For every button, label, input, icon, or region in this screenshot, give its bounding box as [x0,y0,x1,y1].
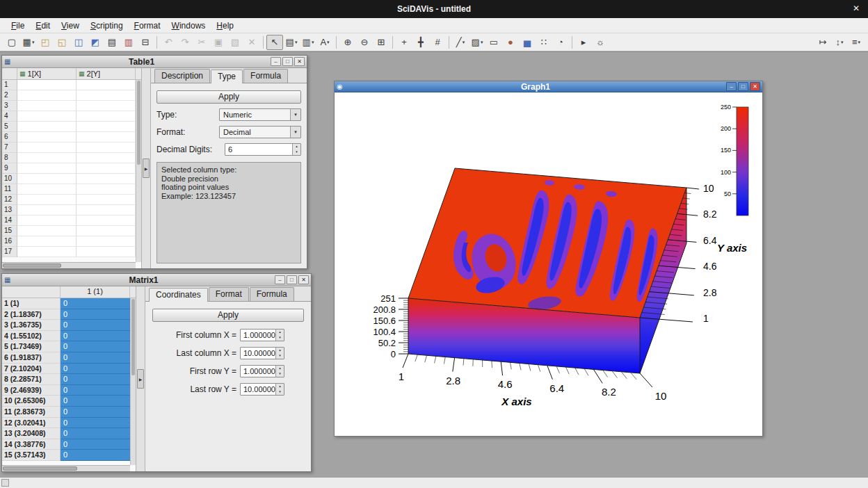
minimize-button[interactable]: – [275,275,285,284]
table-cell[interactable] [17,195,77,205]
table-cell[interactable] [77,153,136,163]
splitter-arrow-icon[interactable]: ▶ [137,369,144,389]
matrix-row-header[interactable]: 7 (2.10204) [2,364,61,375]
table-cell[interactable] [17,101,77,111]
select-range-button[interactable]: # [429,35,446,50]
row-header[interactable]: 4 [2,111,17,122]
matrix-cell[interactable]: 0 [61,396,130,407]
matrix1-window[interactable]: ▦ Matrix1 – □ ✕ 1 (1) 1 (1)02 (1.18367)0… [1,273,312,472]
type-combobox[interactable]: Numeric ▾ [219,108,301,121]
print-button[interactable]: ▤ [104,35,120,50]
table-cell[interactable] [77,226,136,236]
matrix-row-header[interactable]: 9 (2.46939) [2,385,61,396]
matrix-field-spinbox[interactable]: 10.00000000▴▾ [240,383,284,396]
rescale-button[interactable]: ⊞ [373,35,389,50]
matrix-row-header[interactable]: 12 (3.02041) [2,418,61,429]
plot-3d-sphere-button[interactable]: ● [502,35,519,50]
spin-up-icon[interactable]: ▴ [276,330,284,335]
table-cell[interactable] [17,122,77,132]
row-header[interactable]: 12 [2,195,17,205]
spin-down-icon[interactable]: ▾ [276,353,284,359]
table-cell[interactable] [77,90,136,101]
spin-up-icon[interactable]: ▴ [276,348,284,353]
matrix-cell[interactable]: 0 [61,428,130,439]
matrix1-titlebar[interactable]: ▦ Matrix1 – □ ✕ [2,274,311,286]
format-combobox[interactable]: Decimal ▾ [219,126,301,138]
open-project-button[interactable]: ◰ [37,35,54,50]
add-image-button[interactable]: ▭ [485,35,502,50]
row-header[interactable]: 1 [2,80,17,90]
scroll-thumb[interactable] [3,466,77,471]
matrix-cell[interactable]: 0 [61,418,130,429]
matrix-row-header[interactable]: 8 (2.28571) [2,374,61,385]
row-header[interactable]: 9 [2,163,17,174]
save-template-button[interactable]: ◩ [87,35,104,50]
table-cell[interactable] [77,143,136,153]
draw-line-button[interactable]: ╱▾ [452,35,469,50]
matrix-cell[interactable]: 0 [61,352,130,364]
column-options-button[interactable]: ≡▾ [848,35,865,50]
decimal-digits-spinbox[interactable]: 6 ▴ ▾ [225,143,301,156]
table-cell[interactable] [77,195,136,205]
animation-button[interactable]: ▸ [575,35,592,50]
matrix1-hscrollbar[interactable] [2,465,130,471]
table1-vscrollbar[interactable] [136,80,141,262]
select-columns-button[interactable]: ▤▾ [283,35,300,50]
screen-reader-button[interactable]: + [396,35,412,50]
row-header[interactable]: 16 [2,236,17,247]
row-header[interactable]: 3 [2,101,17,111]
table-cell[interactable] [77,236,136,247]
table1-window[interactable]: ▦ Table1 – □ ✕ ▦1[X]▦2[Y] 12345678910111… [1,55,307,269]
matrix-row-header[interactable]: 14 (3.38776) [2,439,61,450]
new-project-button[interactable]: ▢ [3,35,20,50]
row-header[interactable]: 14 [2,215,17,226]
select-rows-button[interactable]: ▥▾ [300,35,316,50]
matrix-cell[interactable]: 0 [61,364,130,375]
spin-up-icon[interactable]: ▴ [276,366,284,371]
table-cell[interactable] [17,215,77,226]
matrix-cell[interactable]: 0 [61,309,130,320]
scroll-thumb[interactable] [131,299,135,375]
spin-up-icon[interactable]: ▴ [276,384,284,389]
tab-description[interactable]: Description [154,69,210,83]
apply-button[interactable]: Apply [156,90,301,104]
zoom-out-button[interactable]: ⊖ [356,35,373,50]
maximize-button[interactable]: □ [738,82,748,91]
table1-splitter[interactable]: ▶ [141,68,151,268]
matrix-cell[interactable]: 0 [61,298,130,309]
row-header[interactable]: 2 [2,90,17,101]
tab-formula[interactable]: Formula [243,69,288,83]
row-header[interactable]: 15 [2,226,17,236]
tab-formula[interactable]: Formula [250,287,294,301]
matrix-cell[interactable]: 0 [61,439,130,450]
table-cell[interactable] [17,143,77,153]
matrix-row-header[interactable]: 1 (1) [2,298,61,309]
spin-up-icon[interactable]: ▴ [293,144,300,149]
row-header[interactable]: 11 [2,184,17,195]
table-cell[interactable] [17,163,77,174]
add-text-button[interactable]: A▾ [316,35,333,50]
spin-down-icon[interactable]: ▾ [276,335,284,341]
row-header[interactable]: 5 [2,122,17,132]
graph1-window[interactable]: ◉ Graph1 – □ ✕ [334,81,763,437]
row-header[interactable]: 13 [2,205,17,215]
matrix1-splitter[interactable]: ▶ [136,286,145,471]
close-button[interactable]: ✕ [298,275,309,284]
matrix-field-spinbox[interactable]: 10.00000000▴▾ [240,347,284,359]
spin-down-icon[interactable]: ▾ [293,149,300,155]
table-cell[interactable] [77,101,136,111]
table-cell[interactable] [17,111,77,122]
matrix1-grid[interactable]: 1 (1) 1 (1)02 (1.18367)03 (1.36735)04 (1… [2,286,136,471]
table-cell[interactable] [17,226,77,236]
surface-plot-canvas[interactable]: 251200.8150.6100.450.20 12.84.66.48.210 … [335,92,762,436]
matrix-cell[interactable]: 0 [61,385,130,396]
matrix-cell[interactable]: 0 [61,407,130,418]
matrix1-vscrollbar[interactable] [130,298,136,465]
matrix-row-header[interactable]: 13 (3.20408) [2,428,61,439]
table-cell[interactable] [77,184,136,195]
save-project-button[interactable]: ◫ [70,35,87,50]
plot-3d-slice-button[interactable]: ◔ [552,35,569,50]
table-cell[interactable] [77,122,136,132]
minimize-button[interactable]: – [726,82,737,91]
menu-windows[interactable]: Windows [166,19,211,33]
